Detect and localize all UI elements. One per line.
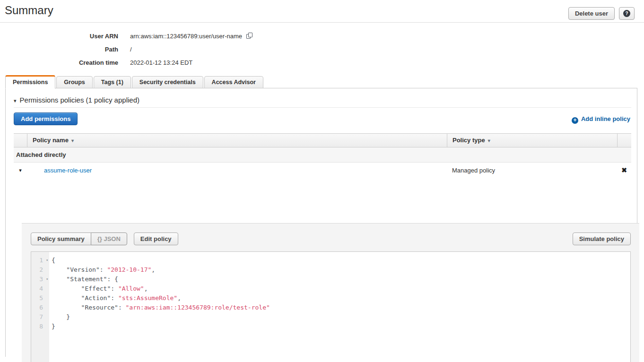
fold-caret-icon[interactable]: ▾ — [46, 275, 48, 284]
creation-time-value: 2022-01-12 13:24 EDT — [130, 59, 192, 66]
simulate-policy-button[interactable]: Simulate policy — [573, 233, 631, 245]
editor-line-number: 2 — [31, 265, 49, 275]
plus-icon: + — [572, 117, 578, 124]
editor-code-line: { — [52, 256, 630, 265]
edit-policy-button[interactable]: Edit policy — [134, 233, 178, 245]
add-inline-policy-label: Add inline policy — [581, 115, 630, 122]
page-title: Summary — [5, 4, 53, 17]
permissions-policies-section-toggle[interactable]: ▾Permissions policies (1 policy applied) — [14, 96, 139, 104]
json-policy-editor[interactable]: 1▾23▾45678 { "Version": "2012-10-17", "S… — [31, 251, 631, 362]
tab-groups[interactable]: Groups — [56, 76, 92, 88]
user-arn-label: User ARN — [0, 33, 118, 40]
help-button[interactable]: ? — [619, 7, 635, 20]
policy-type-value: Managed policy — [447, 163, 617, 178]
permissions-tab-panel: ▾Permissions policies (1 policy applied)… — [5, 88, 637, 357]
policy-table: Policy name▾ Policy type▾ Attached direc… — [14, 133, 631, 178]
path-label: Path — [0, 46, 118, 53]
remove-policy-icon[interactable]: ✖ — [617, 163, 631, 178]
delete-user-button[interactable]: Delete user — [568, 7, 615, 20]
editor-code-line: "Resource": "arn:aws:iam::123456789:role… — [52, 303, 630, 312]
policy-summary-button[interactable]: Policy summary — [31, 233, 91, 245]
field-row-path: Path / — [0, 46, 426, 53]
policy-detail-panel: Policy summary {} JSON Edit policy Simul… — [22, 223, 639, 362]
editor-line-number: 1▾ — [31, 256, 49, 265]
editor-line-number: 4 — [31, 284, 49, 293]
editor-line-number: 8 — [31, 322, 49, 331]
editor-code-line: "Action": "sts:AssumeRole", — [52, 293, 630, 303]
editor-line-number: 5 — [31, 293, 49, 303]
user-arn-value: arn:aws:iam::123456789:user/user-name — [130, 33, 253, 40]
path-value: / — [130, 46, 132, 53]
add-permissions-button[interactable]: Add permissions — [14, 112, 78, 125]
tab-tags[interactable]: Tags (1) — [94, 76, 131, 88]
header-divider — [0, 22, 644, 23]
policy-name-link[interactable]: assume-role-user — [27, 163, 447, 178]
section-divider — [14, 107, 631, 108]
field-row-user-arn: User ARN arn:aws:iam::123456789:user/use… — [0, 33, 426, 40]
field-row-creation-time: Creation time 2022-01-12 13:24 EDT — [0, 59, 426, 67]
editor-code[interactable]: { "Version": "2012-10-17", "Statement": … — [49, 252, 630, 331]
editor-code-line: "Effect": "Allow", — [52, 284, 630, 293]
tab-security-credentials[interactable]: Security credentials — [132, 76, 203, 88]
actions-column-header — [617, 134, 631, 147]
group-row-attached-directly: Attached directly — [14, 147, 631, 163]
section-heading-label: Permissions policies (1 policy applied) — [20, 96, 139, 104]
policy-type-column-header[interactable]: Policy type▾ — [447, 134, 617, 147]
expand-column-header — [14, 134, 27, 147]
sort-caret-icon: ▾ — [71, 138, 74, 143]
copy-icon[interactable] — [246, 33, 253, 39]
creation-time-label: Creation time — [0, 59, 118, 66]
tab-access-advisor[interactable]: Access Advisor — [204, 76, 263, 88]
section-collapse-caret-icon: ▾ — [14, 98, 17, 103]
sort-caret-icon: ▾ — [488, 138, 490, 143]
tab-bar: Permissions Groups Tags (1) Security cre… — [5, 75, 264, 88]
policy-name-column-header[interactable]: Policy name▾ — [27, 134, 447, 147]
editor-line-number: 3▾ — [31, 275, 49, 284]
policy-table-row: ▾ assume-role-user Managed policy ✖ — [14, 163, 631, 178]
editor-code-line: "Version": "2012-10-17", — [52, 265, 630, 275]
row-expand-caret-icon[interactable]: ▾ — [14, 163, 27, 178]
policy-view-buttons: Policy summary {} JSON Edit policy — [31, 233, 178, 245]
editor-code-line: } — [52, 312, 630, 322]
fold-caret-icon[interactable]: ▾ — [46, 256, 48, 265]
add-inline-policy-link[interactable]: +Add inline policy — [572, 115, 630, 124]
policy-table-header: Policy name▾ Policy type▾ — [14, 133, 631, 147]
help-icon: ? — [623, 10, 630, 17]
editor-line-number: 6 — [31, 303, 49, 312]
header-actions: Delete user ? — [568, 7, 635, 20]
editor-code-line: "Statement": { — [52, 275, 630, 284]
json-button[interactable]: {} JSON — [91, 233, 127, 245]
editor-gutter: 1▾23▾45678 — [31, 252, 49, 362]
tab-permissions[interactable]: Permissions — [5, 75, 55, 89]
editor-line-number: 7 — [31, 312, 49, 322]
editor-code-line: } — [52, 322, 630, 331]
